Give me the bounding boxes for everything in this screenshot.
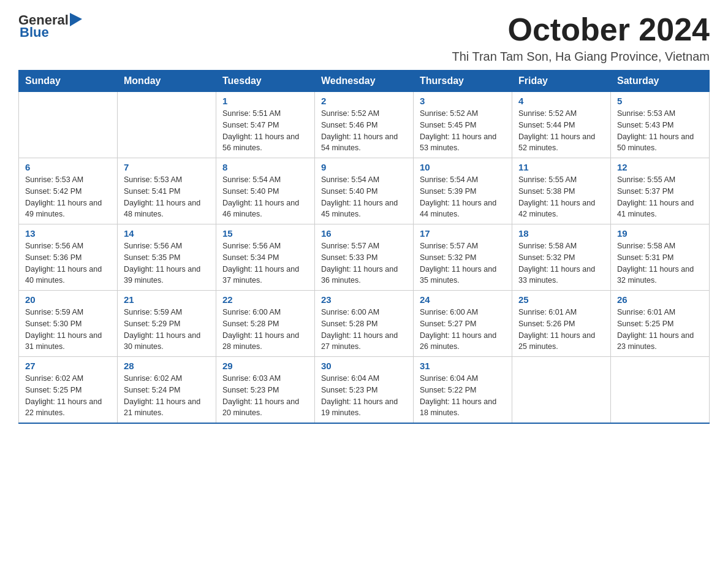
day-cell: 3Sunrise: 5:52 AMSunset: 5:45 PMDaylight…: [414, 92, 512, 158]
day-cell: 31Sunrise: 6:04 AMSunset: 5:22 PMDayligh…: [414, 357, 512, 424]
day-number: 29: [222, 361, 308, 371]
logo-blue: Blue: [20, 25, 49, 40]
day-info: Sunrise: 5:59 AMSunset: 5:29 PMDaylight:…: [124, 307, 210, 353]
day-number: 23: [321, 294, 407, 305]
day-number: 14: [124, 228, 210, 239]
day-info: Sunrise: 5:52 AMSunset: 5:46 PMDaylight:…: [321, 108, 407, 154]
day-info: Sunrise: 5:52 AMSunset: 5:44 PMDaylight:…: [518, 108, 604, 154]
day-cell: 23Sunrise: 6:00 AMSunset: 5:28 PMDayligh…: [315, 291, 414, 357]
day-info: Sunrise: 6:00 AMSunset: 5:28 PMDaylight:…: [321, 307, 407, 353]
day-number: 25: [518, 294, 604, 305]
day-info: Sunrise: 6:02 AMSunset: 5:24 PMDaylight:…: [124, 373, 210, 419]
day-number: 13: [25, 228, 111, 239]
day-cell: 17Sunrise: 5:57 AMSunset: 5:32 PMDayligh…: [414, 224, 512, 291]
day-info: Sunrise: 5:56 AMSunset: 5:36 PMDaylight:…: [25, 240, 111, 286]
week-row-5: 27Sunrise: 6:02 AMSunset: 5:25 PMDayligh…: [19, 357, 710, 424]
day-info: Sunrise: 6:04 AMSunset: 5:22 PMDaylight:…: [420, 373, 506, 419]
day-cell: 26Sunrise: 6:01 AMSunset: 5:25 PMDayligh…: [611, 291, 710, 357]
day-cell: 12Sunrise: 5:55 AMSunset: 5:37 PMDayligh…: [611, 158, 710, 224]
day-cell: 1Sunrise: 5:51 AMSunset: 5:47 PMDaylight…: [216, 92, 315, 158]
day-cell: 5Sunrise: 5:53 AMSunset: 5:43 PMDaylight…: [611, 92, 710, 158]
day-cell: 13Sunrise: 5:56 AMSunset: 5:36 PMDayligh…: [19, 224, 118, 291]
day-info: Sunrise: 6:01 AMSunset: 5:26 PMDaylight:…: [518, 307, 604, 353]
day-cell: 7Sunrise: 5:53 AMSunset: 5:41 PMDaylight…: [118, 158, 216, 224]
day-info: Sunrise: 5:52 AMSunset: 5:45 PMDaylight:…: [420, 108, 506, 154]
day-number: 26: [617, 294, 703, 305]
day-cell: 11Sunrise: 5:55 AMSunset: 5:38 PMDayligh…: [512, 158, 611, 224]
day-info: Sunrise: 5:53 AMSunset: 5:43 PMDaylight:…: [617, 108, 703, 154]
day-number: 3: [420, 96, 506, 106]
day-info: Sunrise: 5:54 AMSunset: 5:40 PMDaylight:…: [222, 174, 308, 220]
weekday-header-row: SundayMondayTuesdayWednesdayThursdayFrid…: [19, 71, 710, 92]
day-number: 6: [25, 162, 111, 172]
weekday-header-wednesday: Wednesday: [315, 71, 414, 92]
day-cell: 27Sunrise: 6:02 AMSunset: 5:25 PMDayligh…: [19, 357, 118, 424]
day-number: 19: [617, 228, 703, 239]
day-cell: 2Sunrise: 5:52 AMSunset: 5:46 PMDaylight…: [315, 92, 414, 158]
day-cell: [512, 357, 611, 424]
day-number: 1: [222, 96, 308, 106]
weekday-header-thursday: Thursday: [414, 71, 512, 92]
day-number: 16: [321, 228, 407, 239]
day-cell: 6Sunrise: 5:53 AMSunset: 5:42 PMDaylight…: [19, 158, 118, 224]
day-cell: [19, 92, 118, 158]
day-number: 17: [420, 228, 506, 239]
day-info: Sunrise: 6:00 AMSunset: 5:27 PMDaylight:…: [420, 307, 506, 353]
day-cell: 4Sunrise: 5:52 AMSunset: 5:44 PMDaylight…: [512, 92, 611, 158]
week-row-1: 1Sunrise: 5:51 AMSunset: 5:47 PMDaylight…: [19, 92, 710, 158]
day-number: 31: [420, 361, 506, 371]
logo: General Blue: [18, 12, 82, 40]
location-title: Thi Tran Tam Son, Ha Giang Province, Vie…: [452, 50, 710, 64]
day-number: 2: [321, 96, 407, 106]
day-cell: [611, 357, 710, 424]
calendar-table: SundayMondayTuesdayWednesdayThursdayFrid…: [18, 70, 710, 424]
day-info: Sunrise: 6:04 AMSunset: 5:23 PMDaylight:…: [321, 373, 407, 419]
day-info: Sunrise: 5:53 AMSunset: 5:42 PMDaylight:…: [25, 174, 111, 220]
day-cell: 9Sunrise: 5:54 AMSunset: 5:40 PMDaylight…: [315, 158, 414, 224]
weekday-header-saturday: Saturday: [611, 71, 710, 92]
day-info: Sunrise: 5:58 AMSunset: 5:32 PMDaylight:…: [518, 240, 604, 286]
day-cell: 25Sunrise: 6:01 AMSunset: 5:26 PMDayligh…: [512, 291, 611, 357]
header: General Blue October 2024 Thi Tran Tam S…: [18, 12, 710, 64]
day-info: Sunrise: 5:54 AMSunset: 5:39 PMDaylight:…: [420, 174, 506, 220]
day-cell: 16Sunrise: 5:57 AMSunset: 5:33 PMDayligh…: [315, 224, 414, 291]
day-number: 28: [124, 361, 210, 371]
day-info: Sunrise: 5:51 AMSunset: 5:47 PMDaylight:…: [222, 108, 308, 154]
svg-marker-0: [70, 13, 82, 26]
day-number: 11: [518, 162, 604, 172]
weekday-header-tuesday: Tuesday: [216, 71, 315, 92]
day-cell: 22Sunrise: 6:00 AMSunset: 5:28 PMDayligh…: [216, 291, 315, 357]
day-cell: 24Sunrise: 6:00 AMSunset: 5:27 PMDayligh…: [414, 291, 512, 357]
day-cell: 20Sunrise: 5:59 AMSunset: 5:30 PMDayligh…: [19, 291, 118, 357]
day-info: Sunrise: 6:03 AMSunset: 5:23 PMDaylight:…: [222, 373, 308, 419]
day-info: Sunrise: 5:53 AMSunset: 5:41 PMDaylight:…: [124, 174, 210, 220]
day-cell: 8Sunrise: 5:54 AMSunset: 5:40 PMDaylight…: [216, 158, 315, 224]
day-info: Sunrise: 5:55 AMSunset: 5:37 PMDaylight:…: [617, 174, 703, 220]
day-number: 12: [617, 162, 703, 172]
week-row-2: 6Sunrise: 5:53 AMSunset: 5:42 PMDaylight…: [19, 158, 710, 224]
day-number: 5: [617, 96, 703, 106]
month-title: October 2024: [452, 12, 710, 47]
day-info: Sunrise: 5:57 AMSunset: 5:33 PMDaylight:…: [321, 240, 407, 286]
day-number: 15: [222, 228, 308, 239]
day-cell: 15Sunrise: 5:56 AMSunset: 5:34 PMDayligh…: [216, 224, 315, 291]
day-number: 27: [25, 361, 111, 371]
day-number: 24: [420, 294, 506, 305]
weekday-header-monday: Monday: [118, 71, 216, 92]
weekday-header-friday: Friday: [512, 71, 611, 92]
week-row-4: 20Sunrise: 5:59 AMSunset: 5:30 PMDayligh…: [19, 291, 710, 357]
day-info: Sunrise: 5:56 AMSunset: 5:35 PMDaylight:…: [124, 240, 210, 286]
day-cell: [118, 92, 216, 158]
day-cell: 19Sunrise: 5:58 AMSunset: 5:31 PMDayligh…: [611, 224, 710, 291]
day-number: 8: [222, 162, 308, 172]
day-info: Sunrise: 5:54 AMSunset: 5:40 PMDaylight:…: [321, 174, 407, 220]
day-number: 9: [321, 162, 407, 172]
day-cell: 30Sunrise: 6:04 AMSunset: 5:23 PMDayligh…: [315, 357, 414, 424]
day-info: Sunrise: 5:57 AMSunset: 5:32 PMDaylight:…: [420, 240, 506, 286]
day-cell: 21Sunrise: 5:59 AMSunset: 5:29 PMDayligh…: [118, 291, 216, 357]
day-info: Sunrise: 5:56 AMSunset: 5:34 PMDaylight:…: [222, 240, 308, 286]
day-info: Sunrise: 6:02 AMSunset: 5:25 PMDaylight:…: [25, 373, 111, 419]
day-number: 18: [518, 228, 604, 239]
day-number: 20: [25, 294, 111, 305]
day-number: 4: [518, 96, 604, 106]
